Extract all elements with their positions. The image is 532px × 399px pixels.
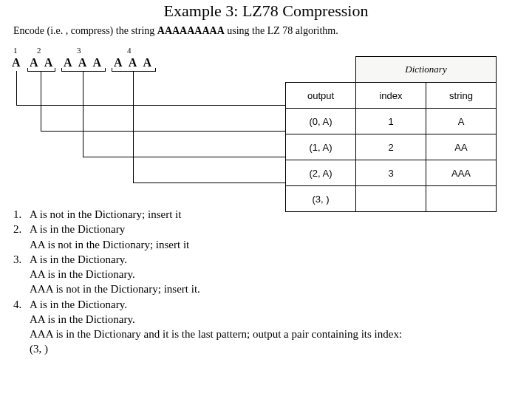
step-line: AA is in the Dictionary. <box>30 313 135 325</box>
step-text: A is in the Dictionary. AA is in the Dic… <box>30 297 532 357</box>
cell-string: AA <box>426 134 497 160</box>
connector-1-h <box>16 105 285 106</box>
step-3: 3. A is in the Dictionary. AA is in the … <box>13 252 532 297</box>
step-line: AA is not in the Dictionary; insert it <box>30 239 189 250</box>
page-title: Example 3: LZ78 Compression <box>0 1 532 21</box>
connector-2-h <box>41 131 285 132</box>
prompt-pre: Encode (i.e. , compress) the string <box>13 25 157 36</box>
cell-index: 2 <box>356 134 426 160</box>
dictionary-table: Dictionary output index string (0, A) 1 … <box>285 56 497 212</box>
table-row: (0, A) 1 A <box>286 109 497 134</box>
cell-string <box>426 186 497 212</box>
step-label: 4. <box>13 297 30 312</box>
step-2: 2. A is in the Dictionary AA is not in t… <box>13 222 532 252</box>
cell-output: (0, A) <box>286 109 356 134</box>
group-1-chars: A <box>12 56 23 69</box>
connector-4-v <box>133 71 134 183</box>
connector-3-h <box>83 157 285 157</box>
group-2-index: 2 <box>37 46 41 55</box>
bracket-group-3 <box>61 68 106 72</box>
cell-string: A <box>426 109 497 134</box>
blank-cell <box>286 57 356 83</box>
group-3-index: 3 <box>77 46 81 55</box>
connector-2-v <box>41 71 41 131</box>
table-row: (2, A) 3 AAA <box>286 160 497 186</box>
step-line: AA is in the Dictionary. <box>30 268 135 280</box>
cell-string: AAA <box>426 160 497 186</box>
table-row: (1, A) 2 AA <box>286 134 497 160</box>
step-line: AAA is not in the Dictionary; insert it. <box>30 283 200 295</box>
step-label: 3. <box>13 252 30 267</box>
dictionary-header: Dictionary <box>356 57 497 83</box>
bracket-group-2 <box>27 68 55 72</box>
step-text: A is in the Dictionary. AA is in the Dic… <box>30 252 532 297</box>
step-line: A is in the Dictionary. <box>30 253 127 265</box>
lz78-diagram: 1 A 2 A A 3 A A A 4 A A A Dictionary out… <box>7 41 525 197</box>
cell-index <box>356 186 426 212</box>
step-line: (3, ) <box>30 343 48 355</box>
step-line: A is in the Dictionary <box>30 223 125 235</box>
cell-index: 3 <box>356 160 426 186</box>
prompt-string: AAAAAAAAA <box>157 25 225 36</box>
table-row: (3, ) <box>286 186 497 212</box>
group-1-index: 1 <box>13 46 18 55</box>
step-text: A is in the Dictionary AA is not in the … <box>30 222 532 252</box>
prompt-post: using the LZ 78 algorithm. <box>225 25 338 36</box>
step-label: 2. <box>13 222 30 236</box>
step-4: 4. A is in the Dictionary. AA is in the … <box>13 297 532 357</box>
step-line: AAA is in the Dictionary and it is the l… <box>30 328 402 340</box>
group-1: 1 A <box>12 56 23 69</box>
cell-index: 1 <box>356 109 426 134</box>
cell-output: (2, A) <box>286 160 356 186</box>
col-index: index <box>356 83 426 109</box>
bracket-group-4 <box>112 68 156 72</box>
cell-output: (1, A) <box>286 134 356 160</box>
group-4-index: 4 <box>127 46 132 55</box>
step-label: 1. <box>13 207 30 222</box>
encode-prompt: Encode (i.e. , compress) the string AAAA… <box>13 25 532 37</box>
col-output: output <box>286 83 356 109</box>
connector-4-h <box>133 183 285 183</box>
steps-list: 1. A is not in the Dictionary; insert it… <box>13 207 532 357</box>
cell-output: (3, ) <box>286 186 356 212</box>
col-string: string <box>426 83 497 109</box>
connector-3-v <box>83 71 83 157</box>
connector-1-v <box>16 71 17 105</box>
step-line: A is in the Dictionary. <box>30 299 127 310</box>
